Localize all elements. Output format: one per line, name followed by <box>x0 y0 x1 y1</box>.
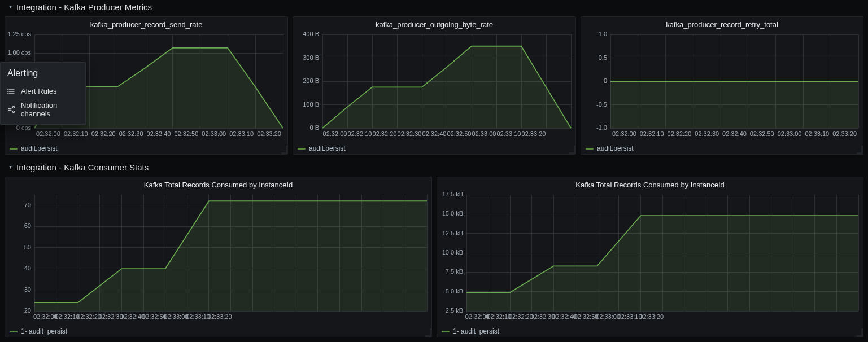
svg-text:2.5 kB: 2.5 kB <box>446 307 463 314</box>
svg-text:0 B: 0 B <box>309 124 319 131</box>
svg-text:60: 60 <box>24 222 31 229</box>
svg-text:0: 0 <box>604 77 607 84</box>
svg-text:200 B: 200 B <box>303 77 319 84</box>
svg-text:50: 50 <box>24 244 31 251</box>
row-header-consumer[interactable]: ▾ Integration - Kafka Consumer Stats <box>3 160 865 174</box>
panel-bytes-consumed[interactable]: Kafka Total Records Consumed by Instance… <box>437 177 863 337</box>
svg-text:100 B: 100 B <box>303 101 319 108</box>
svg-text:02:33:20: 02:33:20 <box>522 130 546 137</box>
svg-text:02:33:20: 02:33:20 <box>208 313 232 320</box>
svg-text:02:32:40: 02:32:40 <box>722 130 747 137</box>
legend[interactable]: 1- audit_persist <box>5 325 431 339</box>
svg-text:-1.0: -1.0 <box>596 124 607 131</box>
svg-text:1.25 cps: 1.25 cps <box>7 31 31 37</box>
resize-handle-icon[interactable] <box>569 146 575 154</box>
svg-text:02:32:40: 02:32:40 <box>552 313 577 320</box>
svg-text:02:32:50: 02:32:50 <box>750 130 774 137</box>
svg-text:02:32:00: 02:32:00 <box>36 130 60 137</box>
svg-text:300 B: 300 B <box>303 54 319 61</box>
chevron-down-icon: ▾ <box>9 3 12 10</box>
svg-text:02:32:10: 02:32:10 <box>64 130 88 137</box>
svg-point-171 <box>7 93 8 94</box>
svg-text:02:33:00: 02:33:00 <box>778 130 802 137</box>
svg-text:02:32:50: 02:32:50 <box>174 130 198 137</box>
svg-text:02:32:30: 02:32:30 <box>99 313 123 320</box>
chart-svg: 0 B100 B200 B300 B400 B02:32:0002:32:100… <box>293 31 575 141</box>
legend-label: audit.persist <box>597 144 634 152</box>
legend-label: 1- audit_persist <box>21 327 67 335</box>
svg-text:30: 30 <box>24 286 31 293</box>
svg-text:02:33:00: 02:33:00 <box>472 130 496 137</box>
svg-text:02:32:20: 02:32:20 <box>91 130 116 137</box>
legend-swatch <box>10 331 18 332</box>
svg-text:1.0: 1.0 <box>599 31 607 37</box>
svg-text:12.5 kB: 12.5 kB <box>442 230 463 236</box>
svg-point-170 <box>7 91 8 92</box>
svg-text:02:32:40: 02:32:40 <box>422 130 447 137</box>
legend-swatch <box>586 148 594 150</box>
svg-text:02:32:00: 02:32:00 <box>612 130 636 137</box>
svg-text:70: 70 <box>24 201 31 208</box>
menu-item-label: Alert Rules <box>21 87 57 95</box>
legend-label: audit.persist <box>309 144 346 152</box>
panel-title: kafka_producer_outgoing_byte_rate <box>293 17 575 31</box>
chart-svg: 2.5 kB5.0 kB7.5 kB10.0 kB12.5 kB15.0 kB1… <box>437 191 863 323</box>
svg-text:02:32:10: 02:32:10 <box>487 313 511 320</box>
svg-text:02:32:10: 02:32:10 <box>640 130 664 137</box>
svg-text:10.0 kB: 10.0 kB <box>442 249 463 256</box>
legend[interactable]: audit.persist <box>5 142 287 156</box>
svg-text:02:32:40: 02:32:40 <box>120 313 145 320</box>
resize-handle-icon[interactable] <box>281 146 287 154</box>
svg-point-174 <box>12 111 14 112</box>
svg-text:02:33:10: 02:33:10 <box>186 313 210 320</box>
svg-text:02:32:50: 02:32:50 <box>447 130 472 137</box>
svg-text:400 B: 400 B <box>303 31 319 37</box>
legend-swatch <box>442 331 450 332</box>
svg-text:02:33:20: 02:33:20 <box>257 130 281 137</box>
svg-text:5.0 kB: 5.0 kB <box>446 288 463 295</box>
svg-text:02:32:10: 02:32:10 <box>55 313 80 320</box>
svg-text:02:32:20: 02:32:20 <box>668 130 692 137</box>
resize-handle-icon[interactable] <box>857 146 863 154</box>
popover-title: Alerting <box>7 68 85 78</box>
legend[interactable]: 1- audit_persist <box>437 325 863 339</box>
svg-text:02:33:00: 02:33:00 <box>164 313 189 320</box>
svg-text:02:32:20: 02:32:20 <box>509 313 533 320</box>
svg-text:02:32:40: 02:32:40 <box>147 130 171 137</box>
menu-item-notification-channels[interactable]: Notification channels <box>1 98 85 121</box>
legend-swatch <box>298 148 306 150</box>
legend[interactable]: audit.persist <box>581 142 863 156</box>
menu-item-label: Notification channels <box>21 101 78 118</box>
svg-text:02:32:20: 02:32:20 <box>373 130 397 137</box>
svg-text:02:33:00: 02:33:00 <box>202 130 226 137</box>
svg-text:02:32:00: 02:32:00 <box>323 130 347 137</box>
legend[interactable]: audit.persist <box>293 142 575 156</box>
panel-outgoing-byte-rate[interactable]: kafka_producer_outgoing_byte_rate 0 B100… <box>293 16 576 155</box>
share-icon <box>7 106 15 113</box>
chevron-down-icon: ▾ <box>9 164 12 170</box>
svg-point-173 <box>12 106 14 108</box>
list-icon <box>7 87 15 95</box>
menu-item-alert-rules[interactable]: Alert Rules <box>1 84 85 98</box>
svg-text:02:33:10: 02:33:10 <box>618 313 642 320</box>
resize-handle-icon[interactable] <box>425 328 431 337</box>
svg-text:-0.5: -0.5 <box>596 101 607 108</box>
resize-handle-icon[interactable] <box>857 328 863 337</box>
row-title: Integration - Kafka Producer Metrics <box>16 2 152 12</box>
svg-text:02:32:00: 02:32:00 <box>33 313 58 320</box>
panel-title: Kafka Total Records Consumed by Instance… <box>437 177 863 191</box>
chart-svg: -1.0-0.500.51.002:32:0002:32:1002:32:200… <box>581 31 863 141</box>
svg-text:02:33:10: 02:33:10 <box>805 130 829 137</box>
svg-text:02:33:20: 02:33:20 <box>832 130 857 137</box>
legend-label: 1- audit_persist <box>453 327 499 335</box>
svg-text:02:33:10: 02:33:10 <box>497 130 521 137</box>
svg-point-169 <box>7 89 8 90</box>
svg-text:0 cps: 0 cps <box>16 124 32 131</box>
panel-retry-total[interactable]: kafka_producer_record_retry_total -1.0-0… <box>581 16 863 155</box>
svg-text:02:32:30: 02:32:30 <box>398 130 422 137</box>
svg-line-176 <box>10 110 12 112</box>
panel-records-consumed[interactable]: Kafka Total Records Consumed by Instance… <box>5 177 432 337</box>
svg-line-175 <box>10 108 12 109</box>
row-header-producer[interactable]: ▾ Integration - Kafka Producer Metrics <box>3 0 865 14</box>
svg-text:02:32:20: 02:32:20 <box>77 313 101 320</box>
